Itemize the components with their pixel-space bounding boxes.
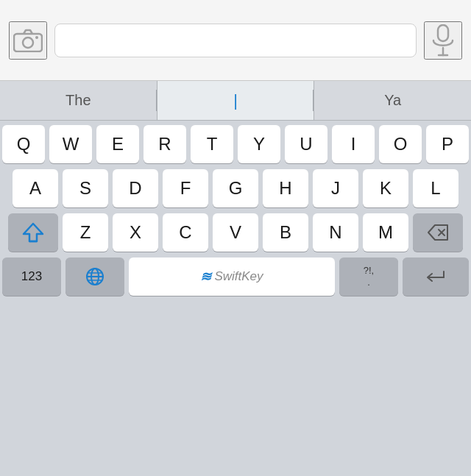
key-m[interactable]: M xyxy=(363,213,408,252)
key-o[interactable]: O xyxy=(379,125,422,163)
text-input[interactable] xyxy=(54,24,417,57)
key-k[interactable]: K xyxy=(363,169,408,207)
num-key[interactable]: 123 xyxy=(2,257,61,296)
key-p[interactable]: P xyxy=(426,125,469,163)
key-x[interactable]: X xyxy=(113,213,158,252)
suggestion-the-text: The xyxy=(65,92,91,109)
space-key[interactable]: ≋ SwiftKey xyxy=(129,257,335,296)
key-s[interactable]: S xyxy=(63,169,108,207)
punct-text: ?!,. xyxy=(364,265,374,288)
suggestion-i-text: | xyxy=(233,91,238,110)
suggestion-ya-text: Ya xyxy=(384,92,401,109)
shift-key[interactable] xyxy=(8,213,58,252)
backspace-key[interactable] xyxy=(413,213,463,252)
swiftkey-text: SwiftKey xyxy=(214,269,263,284)
globe-key[interactable] xyxy=(65,257,124,296)
key-w[interactable]: W xyxy=(49,125,92,163)
key-n[interactable]: N xyxy=(313,213,358,252)
microphone-button[interactable] xyxy=(424,21,462,60)
key-y[interactable]: Y xyxy=(238,125,280,163)
punct-key[interactable]: ?!,. xyxy=(339,257,398,296)
key-b[interactable]: B xyxy=(263,213,308,252)
svg-point-1 xyxy=(23,38,33,48)
keyboard: Q W E R T Y U I O P A S D F G H J K L Z … xyxy=(0,121,471,299)
key-h[interactable]: H xyxy=(263,169,308,207)
key-l[interactable]: L xyxy=(413,169,458,207)
key-q[interactable]: Q xyxy=(2,125,45,163)
backspace-icon xyxy=(427,224,449,241)
camera-button[interactable] xyxy=(9,21,47,60)
key-row-3: Z X C V B N M xyxy=(2,213,469,252)
return-icon xyxy=(426,269,445,285)
key-a[interactable]: A xyxy=(13,169,58,207)
key-row-4: 123 ≋ SwiftKey ?!,. xyxy=(2,257,469,296)
svg-rect-3 xyxy=(438,25,448,41)
suggestions-row: The | Ya xyxy=(0,81,471,121)
camera-icon xyxy=(13,29,43,52)
return-key[interactable] xyxy=(403,257,469,296)
key-j[interactable]: J xyxy=(313,169,358,207)
swiftkey-mark: ≋ xyxy=(200,269,211,285)
suggestion-ya[interactable]: Ya xyxy=(314,81,471,120)
key-d[interactable]: D xyxy=(113,169,158,207)
suggestion-the[interactable]: The xyxy=(0,81,157,120)
microphone-icon xyxy=(430,24,456,57)
key-c[interactable]: C xyxy=(163,213,208,252)
shift-icon xyxy=(22,222,44,243)
globe-icon xyxy=(85,267,105,286)
key-i[interactable]: I xyxy=(332,125,375,163)
suggestion-i[interactable]: | xyxy=(157,81,315,120)
key-row-1: Q W E R T Y U I O P xyxy=(2,125,469,163)
key-r[interactable]: R xyxy=(144,125,186,163)
key-e[interactable]: E xyxy=(96,125,139,163)
svg-point-2 xyxy=(35,36,38,39)
swiftkey-logo: ≋ SwiftKey xyxy=(200,269,263,285)
key-g[interactable]: G xyxy=(213,169,258,207)
key-u[interactable]: U xyxy=(285,125,327,163)
key-row-2: A S D F G H J K L xyxy=(2,169,469,207)
key-z[interactable]: Z xyxy=(63,213,108,252)
top-bar xyxy=(0,0,471,81)
key-t[interactable]: T xyxy=(191,125,233,163)
key-f[interactable]: F xyxy=(163,169,208,207)
key-v[interactable]: V xyxy=(213,213,258,252)
